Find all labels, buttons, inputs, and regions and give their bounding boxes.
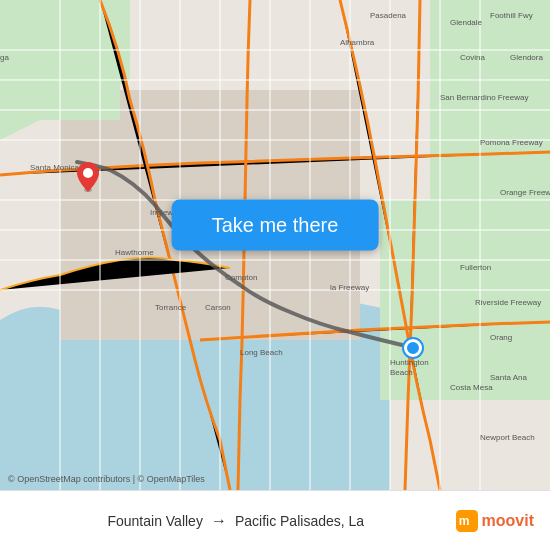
svg-text:Glendale: Glendale — [450, 18, 483, 27]
svg-text:Orang: Orang — [490, 333, 512, 342]
svg-text:© OpenStreetMap contributors |: © OpenStreetMap contributors | © OpenMap… — [8, 474, 205, 484]
moovit-icon: m — [456, 510, 478, 532]
svg-text:ga: ga — [0, 53, 9, 62]
svg-text:Fullerton: Fullerton — [460, 263, 491, 272]
svg-text:la Freeway: la Freeway — [330, 283, 369, 292]
moovit-logo: m moovit — [456, 510, 534, 532]
svg-text:Santa Monica: Santa Monica — [30, 163, 79, 172]
origin-dot — [404, 339, 422, 357]
svg-text:Long Beach: Long Beach — [240, 348, 283, 357]
svg-text:Orange Freeway: Orange Freeway — [500, 188, 550, 197]
route-info: Fountain Valley → Pacific Palisades, La — [16, 512, 456, 530]
svg-text:Glendora: Glendora — [510, 53, 543, 62]
bottom-bar: Fountain Valley → Pacific Palisades, La … — [0, 490, 550, 550]
svg-text:Huntington: Huntington — [390, 358, 429, 367]
svg-text:Santa Ana: Santa Ana — [490, 373, 527, 382]
destination-pin — [77, 162, 99, 196]
svg-text:Covina: Covina — [460, 53, 485, 62]
svg-text:Costa Mesa: Costa Mesa — [450, 383, 493, 392]
svg-text:Alhambra: Alhambra — [340, 38, 375, 47]
svg-text:Riverside Freeway: Riverside Freeway — [475, 298, 541, 307]
svg-text:Foothill Fwy: Foothill Fwy — [490, 11, 533, 20]
origin-label: Fountain Valley — [107, 513, 202, 529]
svg-text:Compton: Compton — [225, 273, 257, 282]
svg-point-54 — [83, 168, 93, 178]
svg-text:Beach: Beach — [390, 368, 413, 377]
arrow-icon: → — [211, 512, 227, 530]
take-me-there-button[interactable]: Take me there — [172, 200, 379, 251]
svg-text:San Bernardino Freeway: San Bernardino Freeway — [440, 93, 529, 102]
svg-text:Hawthorne: Hawthorne — [115, 248, 154, 257]
map-container: Glendale Pasadena Foothill Fwy Glendora … — [0, 0, 550, 490]
svg-text:m: m — [458, 514, 469, 528]
moovit-logo-text: moovit — [482, 512, 534, 530]
svg-text:Torrance: Torrance — [155, 303, 187, 312]
svg-text:Pasadena: Pasadena — [370, 11, 407, 20]
svg-text:Newport Beach: Newport Beach — [480, 433, 535, 442]
destination-label: Pacific Palisades, La — [235, 513, 364, 529]
svg-text:Pomona Freeway: Pomona Freeway — [480, 138, 543, 147]
svg-text:Carson: Carson — [205, 303, 231, 312]
